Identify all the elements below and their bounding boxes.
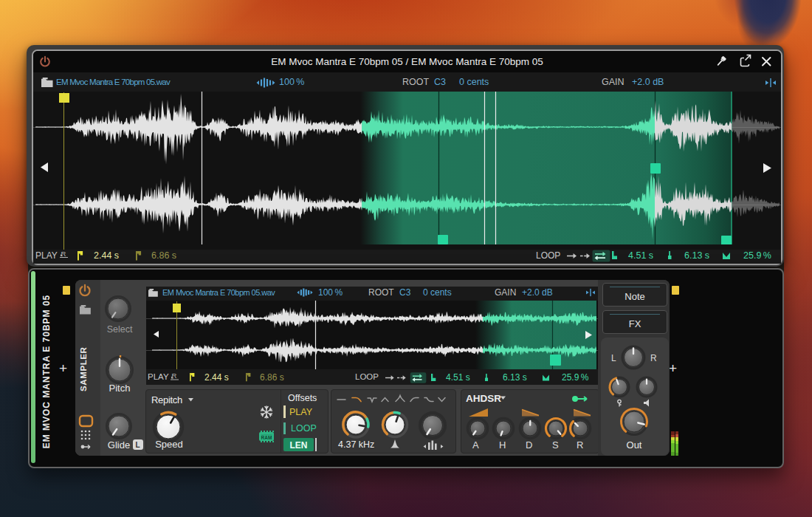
svg-text:RAM: RAM [261,435,272,440]
